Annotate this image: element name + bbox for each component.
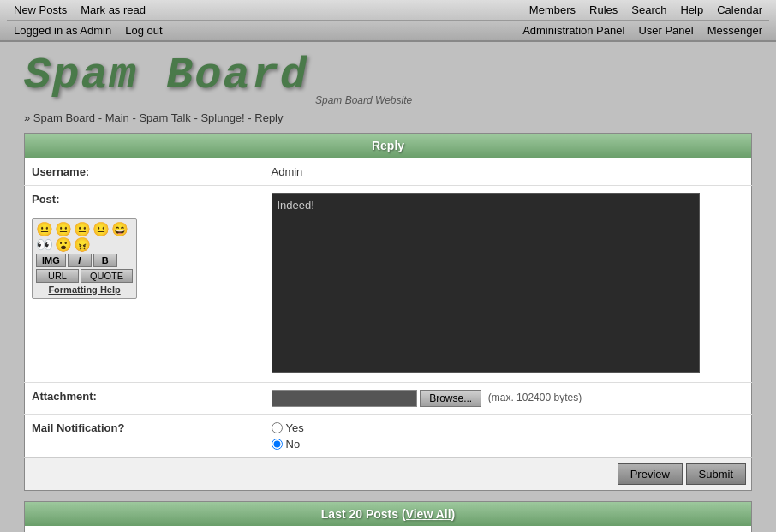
- mail-notification-cell: Yes No: [265, 415, 752, 458]
- attachment-input-display: [272, 390, 417, 407]
- quote-button[interactable]: QUOTE: [81, 269, 133, 283]
- emoji-row-2: 👀 😮 😠: [36, 238, 133, 252]
- messenger-link[interactable]: Messenger: [707, 24, 762, 37]
- nav-left-row2: Logged in as Admin Log out: [14, 24, 163, 37]
- format-toolbar: 😐 😐 😐 😐 😄 👀 😮 😠 IMG: [32, 218, 137, 299]
- mail-yes-label[interactable]: Yes: [272, 421, 745, 434]
- mail-no-label[interactable]: No: [272, 438, 745, 451]
- logout-link[interactable]: Log out: [125, 24, 162, 37]
- mail-radio-group: Yes No: [272, 421, 745, 451]
- username-value: Admin: [265, 158, 752, 186]
- img-button[interactable]: IMG: [36, 254, 66, 267]
- mail-yes-text: Yes: [286, 421, 304, 434]
- max-bytes-label: (max. 102400 bytes): [488, 392, 582, 403]
- mark-as-read-link[interactable]: Mark as read: [81, 3, 146, 16]
- nav-right-row1: Members Rules Search Help Calendar: [529, 3, 762, 16]
- browse-button[interactable]: Browse...: [420, 390, 481, 407]
- admin-panel-link[interactable]: Administration Panel: [522, 24, 624, 37]
- last-posts-content: Posted at 17:15 on February 8th, 2014 | …: [25, 526, 751, 532]
- post-value-cell: [265, 186, 752, 383]
- formatting-help-link[interactable]: Formatting Help: [36, 284, 133, 295]
- post-textarea[interactable]: [272, 193, 700, 373]
- logged-in-text: Logged in as Admin: [14, 24, 111, 37]
- emoji-neutral[interactable]: 😐: [36, 223, 53, 236]
- logo-subtitle: Spam Board Website: [315, 94, 412, 106]
- emoji-eyes[interactable]: 👀: [36, 238, 53, 252]
- rules-link[interactable]: Rules: [589, 3, 618, 16]
- reply-header: Reply: [25, 134, 752, 158]
- logo-area: Spam Board Spam Board Website: [24, 51, 752, 106]
- search-link[interactable]: Search: [631, 3, 666, 16]
- emoji-neutral4[interactable]: 😐: [93, 223, 110, 236]
- mail-no-radio[interactable]: [272, 439, 283, 450]
- italic-button[interactable]: I: [68, 254, 92, 267]
- breadcrumb: » Spam Board - Main - Spam Talk - Splung…: [24, 111, 752, 124]
- bold-button[interactable]: B: [93, 254, 117, 267]
- preview-button[interactable]: Preview: [618, 463, 683, 485]
- emoji-neutral3[interactable]: 😐: [74, 223, 91, 236]
- emoji-angry[interactable]: 😠: [74, 238, 91, 252]
- bottom-action-row: Preview Submit: [25, 458, 752, 491]
- nav-right-row2: Administration Panel User Panel Messenge…: [522, 24, 762, 37]
- emoji-smile[interactable]: 😄: [111, 223, 128, 236]
- format-btn-row1: IMG I B: [36, 254, 133, 267]
- username-label: Username:: [25, 158, 265, 186]
- mail-yes-radio[interactable]: [272, 422, 283, 433]
- new-posts-link[interactable]: New Posts: [14, 3, 67, 16]
- last-posts-title: Last 20 Posts: [321, 507, 398, 521]
- post-label: Post: 😐 😐 😐 😐 😄 👀 😮: [25, 186, 265, 383]
- site-logo: Spam Board: [24, 51, 308, 101]
- format-btn-row2: URL QUOTE: [36, 269, 133, 283]
- nav-row1: New Posts Mark as read Members Rules Sea…: [7, 0, 769, 21]
- mail-notification-label: Mail Notification?: [25, 415, 265, 458]
- help-link[interactable]: Help: [680, 3, 703, 16]
- members-link[interactable]: Members: [529, 3, 576, 16]
- emoji-row-1: 😐 😐 😐 😐 😄: [36, 223, 133, 236]
- emoji-neutral2[interactable]: 😐: [55, 223, 72, 236]
- attachment-label: Attachment:: [25, 383, 265, 415]
- user-panel-link[interactable]: User Panel: [638, 24, 693, 37]
- nav-left-row1: New Posts Mark as read: [14, 3, 146, 16]
- attachment-cell: Browse... (max. 102400 bytes): [265, 383, 752, 415]
- reply-form: Reply Username: Admin Post: 😐 😐 😐: [24, 133, 752, 491]
- submit-button[interactable]: Submit: [686, 463, 746, 485]
- calendar-link[interactable]: Calendar: [717, 3, 762, 16]
- view-all-link[interactable]: (View All): [402, 507, 455, 521]
- last-posts-section: Last 20 Posts (View All) Posted at 17:15…: [24, 501, 752, 532]
- nav-row2: Logged in as Admin Log out Administratio…: [7, 21, 769, 40]
- emoji-surprised[interactable]: 😮: [55, 238, 72, 252]
- mail-no-text: No: [286, 438, 301, 451]
- url-button[interactable]: URL: [36, 269, 79, 283]
- last-posts-header: Last 20 Posts (View All): [25, 502, 751, 526]
